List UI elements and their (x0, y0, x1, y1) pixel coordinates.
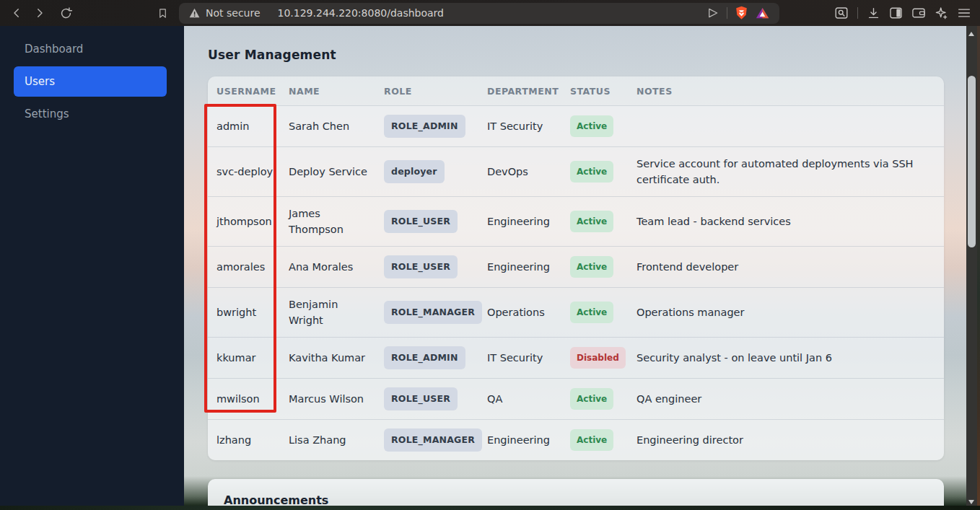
sidebar-item-label: Settings (25, 107, 69, 120)
not-secure-warning-icon (189, 8, 200, 18)
status-cell: Active (570, 247, 636, 286)
department-cell: QA (487, 382, 570, 416)
notes-cell: Security analyst - on leave until Jan 6 (636, 341, 944, 374)
download-icon[interactable] (867, 6, 880, 20)
column-header: DEPARTMENT (487, 86, 570, 97)
sidebar-item-settings[interactable]: Settings (0, 98, 184, 130)
role-badge: ROLE_MANAGER (384, 301, 482, 324)
department-cell: IT Security (487, 110, 570, 143)
page-scrollbar[interactable] (966, 26, 977, 510)
department-cell: Engineering (487, 250, 570, 283)
role-badge: ROLE_USER (384, 387, 458, 410)
status-cell: Active (570, 421, 636, 460)
role-cell: ROLE_ADMIN (384, 338, 487, 378)
forward-arrow-icon (33, 6, 46, 19)
sidebar-item-dashboard[interactable]: Dashboard (0, 33, 184, 65)
sidebar-toggle-icon[interactable] (889, 6, 903, 19)
notes-cell: Operations manager (636, 296, 944, 329)
role-badge: ROLE_ADMIN (384, 115, 465, 138)
username-cell: svc-deploy (216, 155, 289, 188)
scroll-down-icon[interactable] (968, 500, 974, 504)
department-cell: Engineering (487, 205, 570, 238)
name-cell: Ana Morales (289, 250, 377, 283)
table-row: svc-deploy Deploy Service deployer DevOp… (208, 146, 944, 196)
address-bar[interactable]: Not secure 10.129.244.220:8080/dashboard (179, 3, 779, 24)
status-cell: Active (570, 202, 636, 241)
role-cell: ROLE_MANAGER (384, 292, 487, 333)
column-header: NOTES (636, 86, 944, 97)
role-badge: ROLE_ADMIN (384, 346, 465, 369)
role-cell: ROLE_MANAGER (384, 420, 487, 460)
table-row: kkumar Kavitha Kumar ROLE_ADMIN IT Secur… (208, 337, 944, 378)
scrollbar-thumb[interactable] (968, 76, 976, 247)
status-badge: Active (570, 429, 613, 451)
menu-icon[interactable] (957, 6, 971, 19)
ai-sparkle-icon[interactable] (935, 6, 948, 20)
pill-separator (727, 7, 727, 19)
sidebar-item-label: Dashboard (25, 43, 83, 56)
brave-rewards-icon[interactable] (756, 6, 769, 19)
username-cell: amorales (216, 250, 289, 283)
status-cell: Active (570, 379, 636, 418)
name-cell: Marcus Wilson (289, 382, 377, 416)
column-header: STATUS (570, 86, 636, 97)
department-cell: DevOps (487, 155, 570, 188)
notes-cell: Frontend developer (636, 250, 944, 283)
name-cell: Lisa Zhang (289, 423, 377, 457)
status-cell: Active (570, 293, 636, 332)
role-cell: ROLE_USER (384, 247, 487, 287)
url-text[interactable]: 10.129.244.220:8080/dashboard (278, 7, 706, 19)
sidebar-item-label: Users (25, 75, 55, 88)
username-cell: kkumar (216, 341, 289, 374)
notes-cell: Service account for automated deployment… (636, 147, 944, 196)
department-cell: Operations (487, 296, 570, 329)
table-row: amorales Ana Morales ROLE_USER Engineeri… (208, 246, 944, 287)
username-cell: admin (216, 110, 289, 143)
security-status-label[interactable]: Not secure (206, 7, 261, 19)
name-cell: Sarah Chen (289, 110, 377, 143)
column-header: NAME (289, 86, 384, 97)
department-cell: Engineering (487, 423, 570, 457)
role-badge: deployer (384, 160, 445, 183)
wallet-icon[interactable] (911, 6, 926, 19)
bookmark-button[interactable] (153, 4, 172, 22)
role-cell: ROLE_ADMIN (384, 106, 487, 146)
username-cell: jthompson (216, 205, 289, 238)
send-icon[interactable] (706, 6, 719, 19)
back-button[interactable] (7, 4, 26, 22)
scroll-up-icon[interactable] (968, 32, 974, 36)
department-cell: IT Security (487, 341, 570, 374)
toolbar-separator (857, 7, 858, 19)
user-table-body: admin Sarah Chen ROLE_ADMIN IT Security … (208, 105, 944, 460)
notes-cell (636, 118, 944, 135)
role-cell: ROLE_USER (384, 379, 487, 419)
name-cell: Deploy Service (289, 155, 377, 188)
status-badge: Active (570, 115, 613, 137)
sidebar-item-users[interactable]: Users (14, 66, 167, 97)
brave-shield-icon[interactable] (735, 6, 748, 20)
desktop-edge-strip (977, 26, 980, 510)
reload-button[interactable] (56, 4, 75, 22)
role-cell: deployer (384, 151, 487, 192)
back-arrow-icon (10, 6, 23, 19)
status-badge: Active (570, 211, 613, 232)
table-row: mwilson Marcus Wilson ROLE_USER QA Activ… (208, 378, 944, 419)
role-cell: ROLE_USER (384, 201, 487, 242)
role-badge: ROLE_USER (384, 210, 458, 233)
column-header: USERNAME (216, 86, 289, 97)
page-body: Dashboard Users Settings User Management… (0, 26, 980, 510)
status-cell: Disabled (570, 338, 636, 377)
main-content: User Management USERNAMENAMEROLEDEPARTME… (184, 26, 980, 510)
status-cell: Active (570, 107, 636, 146)
username-cell: lzhang (216, 423, 289, 457)
status-badge: Active (570, 256, 613, 278)
column-header: ROLE (384, 86, 487, 97)
status-badge: Disabled (570, 347, 626, 369)
reload-icon (59, 6, 73, 20)
forward-button[interactable] (30, 4, 49, 22)
table-header-row: USERNAMENAMEROLEDEPARTMENTSTATUSNOTES (208, 76, 944, 105)
role-badge: ROLE_USER (384, 255, 458, 278)
bookmark-icon (157, 7, 168, 19)
sidebar-nav: Dashboard Users Settings (0, 33, 184, 130)
search-in-page-icon[interactable] (834, 6, 849, 19)
